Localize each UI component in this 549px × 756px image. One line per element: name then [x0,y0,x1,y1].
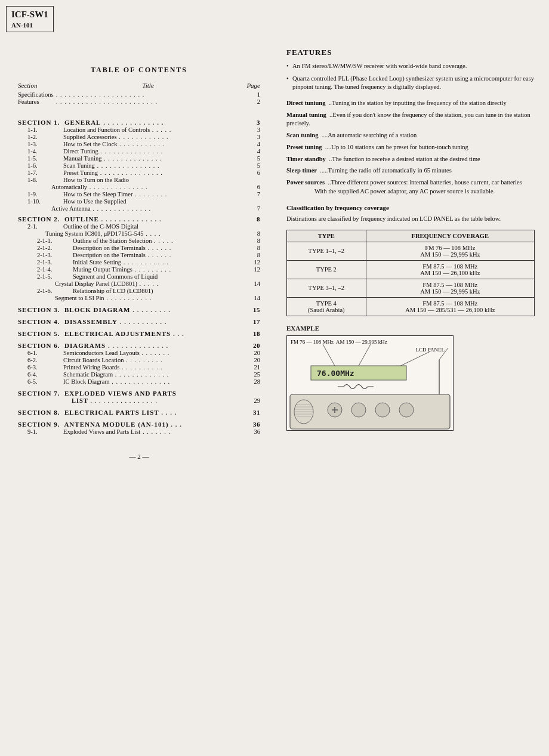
feature-manual-tuning: Manual tuning ..Even if you don't know t… [286,111,535,128]
toc-page: 18 [248,330,260,337]
toc-6-5: 6-5. IC Block Diagram . . . . . . . . . … [18,378,260,385]
toc-page: 3 [248,126,260,133]
feature-preset-tuning: Preset tuning ....Up to 10 stations can … [286,143,535,152]
toc-dots: . . . . . . . . . [131,306,249,313]
toc-1-1: 1-1. Location and Function of Controls .… [18,126,260,133]
toc-header-title: Title [54,82,242,89]
coverage-cell: FM 87.5 — 108 MHzAM 150 — 29,995 kHz [366,279,534,297]
toc-title-text: How to Turn on the Radio [63,177,248,183]
toc-num: 1-4. [27,148,63,155]
page-number: — 2 — [18,453,260,460]
section-label: SECTION 8. ELECTRICAL PARTS LIST [18,409,159,416]
toc-2-1-3a: 2-1-3. Description on the Terminals . . … [18,252,260,258]
toc-num: 1-3. [27,141,63,147]
section-label: SECTION 4. DISASSEMBLY [18,318,118,325]
toc-page: 5 [248,162,260,169]
type-cell: TYPE 1–1, –2 [287,242,366,260]
toc-page: 28 [248,378,260,385]
toc-2-1-2: 2-1-2. Description on the Terminals . . … [18,245,260,251]
toc-dots: . . . . . . . . . . . . . . . . . . . . … [54,91,248,98]
toc-entry-features: Features . . . . . . . . . . . . . . . .… [18,98,260,105]
toc-num: 6-3. [27,364,63,371]
toc-title-text: Muting Output Timings . . . . . . . . . [73,266,248,273]
feature-bullet-1: An FM stereo/LW/MW/SW receiver with worl… [286,62,535,71]
toc-6-4: 6-4. Schematic Diagram . . . . . . . . .… [18,371,260,378]
toc-page: 2 [248,98,260,105]
toc-num: 1-1. [27,126,63,133]
toc-title-text: Description on the Terminals . . . . . . [73,252,248,258]
toc-page: 15 [248,306,260,313]
feature-timer-standby: Timer standby ..The function to receive … [286,155,535,164]
feature-sleep-timer: Sleep timer .....Turning the radio off a… [286,166,535,175]
feature-term-label: Scan tuning [286,132,318,138]
toc-num: 1-9. [27,191,63,198]
features-bullets: An FM stereo/LW/MW/SW receiver with worl… [286,62,535,92]
toc-title-text: Segment to LSI Pin . . . . . . . . . . . [55,295,248,301]
feature-direct-tuning: Direct tuniung ..Tuning in the station b… [286,99,535,108]
toc-title-text: Outline of the Station Selection . . . .… [73,237,248,244]
toc-page: 12 [248,259,260,266]
right-column: FEATURES An FM stereo/LW/MW/SW receiver … [274,0,549,756]
feature-term-label: Power sources [286,179,325,186]
toc-title-text: Supplied Accessories . . . . . . . . . .… [63,134,248,140]
toc-1-10-wrap: Active Antenna . . . . . . . . . . . . .… [18,205,260,212]
toc-dots: . . . [171,330,248,337]
toc-num: 2-1-5. [37,273,73,280]
section-label: SECTION 5. ELECTRICAL ADJUSTMENTS [18,330,171,337]
toc-page: 12 [248,266,260,273]
toc-title-text: Circuit Boards Location . . . . . . . . … [63,357,248,363]
toc-1-8: 1-8. How to Turn on the Radio [18,177,260,183]
toc-num: 1-10. [27,198,63,205]
type-cell: TYPE 2 [287,260,366,279]
type-cell: TYPE 3–1, –2 [287,279,366,297]
toc-page: 4 [248,141,260,147]
feature-power-sources: Power sources ..Three different power so… [286,178,535,196]
svg-point-20 [399,403,414,417]
toc-1-2: 1-2. Supplied Accessories . . . . . . . … [18,134,260,140]
coverage-cell: FM 87.5 — 108 MHzAM 150 — 285/531 — 26,1… [366,297,534,316]
toc-title-text: Crystal Display Panel (LCD801) . . . . . [55,280,248,287]
toc-title-text: Manual Tuning . . . . . . . . . . . . . … [63,155,248,162]
toc-label: Features [18,98,54,105]
toc-page: 31 [248,409,260,416]
toc-title-text: Schematic Diagram . . . . . . . . . . . … [63,371,248,378]
toc-title: TABLE OF CONTENTS [18,66,260,75]
feature-term-label: Manual tuning [286,112,326,118]
toc-title-text: Scan Tuning . . . . . . . . . . . . . . … [63,162,248,169]
toc-1-7: 1-7. Preset Tuning . . . . . . . . . . .… [18,169,260,176]
feature-term-def: ....Up to 10 stations can be preset for … [323,144,468,150]
toc-page: 1 [248,91,260,98]
section-label: SECTION 6. DIAGRAMS [18,342,106,349]
toc-page: 3 [248,119,260,126]
svg-point-19 [375,403,390,417]
toc-num: 1-2. [27,134,63,140]
toc-title-text: Exploded Views and Parts List . . . . . … [63,428,248,435]
svg-line-1 [359,344,371,366]
feature-term-label: Direct tuniung [286,100,325,106]
toc-page: 6 [248,169,260,176]
toc-page: 8 [248,237,260,244]
toc-num: 2-1-3. [37,259,73,266]
table-header-type: TYPE [287,230,366,242]
toc-num: 6-1. [27,350,63,356]
toc-section-7-wrap: LIST . . . . . . . . . . . . . . . . 29 [18,397,260,404]
toc-num: 6-2. [27,357,63,363]
toc-entry-specifications: Specifications . . . . . . . . . . . . .… [18,91,260,98]
feature-term-label: Sleep timer [286,167,317,174]
toc-page: 20 [248,350,260,356]
feature-term-def: ....An automatic searching of a station [320,132,417,138]
example-illustration: FM 76 — 108 MHz AM 150 — 29,995 kHz LCD … [286,335,454,431]
toc-2-1-5-wrap: Crystal Display Panel (LCD801) . . . . .… [18,280,260,287]
toc-header-section: Section [18,82,54,89]
toc-dots: . . . . . . . . . . . . . . . . . . . . … [54,98,248,105]
toc-page: 7 [248,205,260,212]
toc-page: 8 [248,215,260,223]
toc-page: 21 [248,364,260,371]
toc-header-row: Section Title Page [18,82,260,89]
toc-2-1: 2-1. Outline of the C-MOS Digital [18,223,260,230]
coverage-cell: FM 87.5 — 108 MHzAM 150 — 26,100 kHz [366,260,534,279]
toc-num: 2-1-2. [37,245,73,251]
toc-page: 8 [248,245,260,251]
toc-title-text: How to Set the Clock . . . . . . . . . .… [63,141,248,147]
toc-page: 4 [248,148,260,155]
